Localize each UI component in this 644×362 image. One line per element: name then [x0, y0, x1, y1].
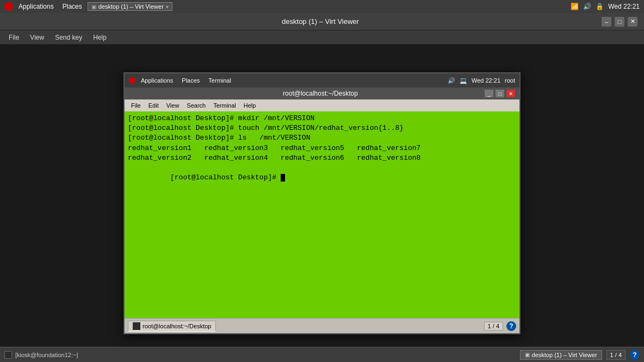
- virt-title-text: desktop (1) – Virt Viewer: [39, 17, 602, 26]
- vm-maximize-button[interactable]: □: [496, 90, 504, 97]
- vm-applications-menu[interactable]: Applications: [138, 77, 176, 84]
- vm-user: root: [505, 77, 515, 84]
- vm-window: Applications Places Terminal 🔊 💻 Wed 22:…: [123, 72, 521, 334]
- vm-taskbar: root@localhost:~/Desktop 1 / 4 ?: [125, 318, 519, 333]
- applications-menu[interactable]: Applications: [15, 2, 57, 11]
- terminal-line-4: redhat_version1 redhat_version3 redhat_v…: [128, 143, 516, 153]
- virt-viewer-window: desktop (1) – Virt Viewer – □ ✕ File Vie…: [0, 13, 644, 362]
- system-time: Wed 22:21: [608, 3, 640, 10]
- vm-menu-terminal[interactable]: Terminal: [210, 102, 239, 109]
- vm-places-menu[interactable]: Places: [178, 77, 203, 84]
- vm-close-button[interactable]: ✕: [506, 90, 515, 97]
- vm-menu-help[interactable]: Help: [240, 102, 259, 109]
- vm-minimize-button[interactable]: _: [485, 90, 493, 97]
- vm-volume-icon: 🔊: [448, 77, 455, 84]
- bottom-virt-label: desktop (1) – Virt Viewer: [532, 352, 597, 358]
- bottom-terminal-label[interactable]: [kiosk@foundation12:~]: [15, 352, 78, 358]
- terminal-line-1: [root@localhost Desktop]# mkdir /mnt/VER…: [128, 114, 516, 123]
- terminal-area[interactable]: [root@localhost Desktop]# mkdir /mnt/VER…: [125, 111, 519, 318]
- vm-terminal-menu[interactable]: Terminal: [205, 77, 234, 84]
- system-bar-left: Applications Places ▣ desktop (1) – Virt…: [4, 2, 172, 11]
- virt-title-controls: – □ ✕: [602, 17, 637, 27]
- bottom-page-indicator: 1 / 4: [606, 350, 626, 360]
- vm-title-bar: root@localhost:~/Desktop _ □ ✕: [125, 88, 519, 99]
- virt-menu-view[interactable]: View: [26, 33, 48, 42]
- vm-menu-view[interactable]: View: [163, 102, 183, 109]
- redhat-icon: [4, 2, 13, 11]
- vm-top-left: Applications Places Terminal: [129, 77, 234, 84]
- vm-page-indicator: 1 / 4: [484, 322, 503, 330]
- terminal-line-3: [root@localhost Desktop]# ls /mnt/VERSIO…: [128, 133, 516, 143]
- terminal-line-6: [root@localhost Desktop]#: [128, 163, 516, 193]
- virt-title-bar: desktop (1) – Virt Viewer – □ ✕: [0, 13, 644, 30]
- virt-close-button[interactable]: ✕: [628, 17, 637, 27]
- vm-title-text: root@localhost:~/Desktop: [156, 90, 485, 97]
- virt-menu-bar: File View Send key Help: [0, 30, 644, 45]
- vm-menu-edit[interactable]: Edit: [145, 102, 162, 109]
- bottom-bar: [kiosk@foundation12:~] ▣ desktop (1) – V…: [0, 347, 644, 362]
- vm-taskbar-right: 1 / 4 ?: [484, 321, 516, 331]
- virt-menu-file[interactable]: File: [4, 33, 23, 42]
- system-bar: Applications Places ▣ desktop (1) – Virt…: [0, 0, 644, 13]
- virt-menu-sendkey[interactable]: Send key: [51, 33, 86, 42]
- system-bar-right: 📶 🔊 🔒 Wed 22:21: [571, 3, 640, 10]
- vm-title-controls: _ □ ✕: [485, 90, 515, 97]
- terminal-line-2: [root@localhost Desktop]# touch /mnt/VER…: [128, 123, 516, 133]
- vm-network-icon: 💻: [460, 77, 467, 84]
- taskbar-virt-viewer-label: desktop (1) – Virt Viewer: [98, 3, 164, 10]
- vm-menu-file[interactable]: File: [128, 102, 144, 109]
- bottom-left: [kiosk@foundation12:~]: [4, 351, 78, 359]
- taskbar-virt-viewer[interactable]: ▣ desktop (1) – Virt Viewer ▾: [88, 2, 172, 11]
- virt-minimize-button[interactable]: –: [602, 17, 611, 27]
- vm-redhat-icon: [129, 77, 135, 84]
- virt-maximize-button[interactable]: □: [615, 17, 624, 27]
- virt-menu-help[interactable]: Help: [89, 33, 111, 42]
- vm-time: Wed 22:21: [472, 77, 500, 84]
- vm-top-bar: Applications Places Terminal 🔊 💻 Wed 22:…: [125, 73, 519, 88]
- vm-taskbar-left: root@localhost:~/Desktop: [128, 321, 216, 332]
- bottom-virt-icon: ▣: [525, 352, 530, 358]
- vm-menu-bar: File Edit View Search Terminal Help: [125, 99, 519, 111]
- virt-content: Applications Places Terminal 🔊 💻 Wed 22:…: [0, 45, 644, 362]
- bottom-right: ▣ desktop (1) – Virt Viewer 1 / 4 ?: [520, 350, 640, 360]
- places-menu[interactable]: Places: [59, 2, 85, 11]
- bottom-virt-viewer-task[interactable]: ▣ desktop (1) – Virt Viewer: [520, 350, 602, 360]
- bottom-help-button[interactable]: ?: [630, 350, 640, 360]
- vm-task-terminal[interactable]: root@localhost:~/Desktop: [128, 321, 216, 332]
- vm-task-terminal-icon: [133, 322, 140, 330]
- volume-icon: 🔊: [583, 3, 591, 10]
- vm-task-terminal-label: root@localhost:~/Desktop: [143, 323, 211, 329]
- vm-top-right: 🔊 💻 Wed 22:21 root: [448, 77, 515, 84]
- terminal-line-5: redhat_version2 redhat_version4 redhat_v…: [128, 153, 516, 163]
- bottom-terminal-icon: [4, 351, 12, 359]
- lock-icon: 🔒: [596, 3, 604, 10]
- vm-menu-search[interactable]: Search: [183, 102, 209, 109]
- vm-help-button[interactable]: ?: [506, 321, 516, 331]
- wifi-icon: 📶: [571, 3, 579, 10]
- terminal-cursor: [281, 174, 285, 182]
